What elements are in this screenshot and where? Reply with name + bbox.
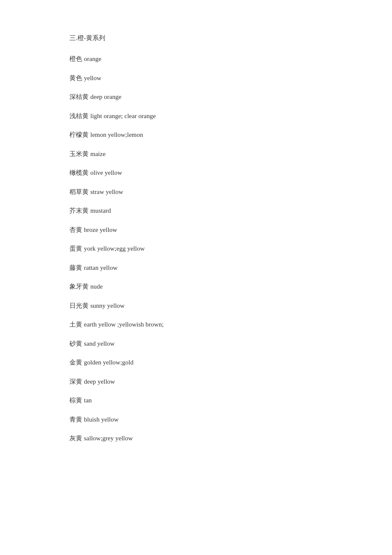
color-english-name: lemon yellow;lemon bbox=[90, 131, 143, 138]
list-item: 芥末黄mustard bbox=[69, 206, 392, 216]
color-chinese-name: 象牙黄 bbox=[69, 283, 89, 290]
section-title: 三.橙-黄系列 bbox=[69, 34, 392, 42]
list-item: 土黄earth yellow ;yellowish brown; bbox=[69, 320, 392, 330]
color-english-name: sunny yellow bbox=[90, 302, 124, 309]
color-chinese-name: 深黄 bbox=[69, 378, 82, 385]
list-item: 浅桔黄light orange; clear orange bbox=[69, 111, 392, 121]
color-english-name: broze yellow bbox=[84, 226, 117, 233]
color-chinese-name: 橙色 bbox=[69, 55, 82, 62]
list-item: 深桔黄deep orange bbox=[69, 92, 392, 102]
list-item: 玉米黄maize bbox=[69, 149, 392, 159]
color-chinese-name: 玉米黄 bbox=[69, 150, 89, 157]
list-item: 象牙黄nude bbox=[69, 282, 392, 292]
color-chinese-name: 稻草黄 bbox=[69, 188, 89, 195]
color-chinese-name: 蛋黄 bbox=[69, 245, 82, 252]
list-item: 橄榄黄olive yellow bbox=[69, 168, 392, 178]
color-english-name: rattan yellow bbox=[84, 264, 118, 271]
list-item: 棕黄tan bbox=[69, 396, 392, 405]
color-chinese-name: 砂黄 bbox=[69, 340, 82, 347]
color-chinese-name: 青黄 bbox=[69, 416, 82, 423]
list-item: 藤黄rattan yellow bbox=[69, 263, 392, 273]
color-chinese-name: 杏黄 bbox=[69, 226, 82, 233]
color-english-name: orange bbox=[84, 55, 101, 62]
list-item: 青黄bluish yellow bbox=[69, 415, 392, 425]
list-item: 砂黄sand yellow bbox=[69, 339, 392, 349]
color-english-name: light orange; clear orange bbox=[90, 113, 156, 119]
list-item: 黄色yellow bbox=[69, 73, 392, 83]
color-chinese-name: 柠檬黄 bbox=[69, 131, 89, 138]
color-chinese-name: 灰黄 bbox=[69, 435, 82, 442]
color-english-name: york yellow;egg yellow bbox=[84, 245, 144, 252]
color-english-name: deep yellow bbox=[84, 378, 115, 385]
color-chinese-name: 土黄 bbox=[69, 321, 82, 328]
color-chinese-name: 浅桔黄 bbox=[69, 113, 89, 119]
list-item: 蛋黄york yellow;egg yellow bbox=[69, 244, 392, 254]
list-item: 橙色orange bbox=[69, 54, 392, 64]
color-english-name: tan bbox=[84, 397, 92, 404]
color-chinese-name: 金黄 bbox=[69, 359, 82, 366]
list-item: 深黄deep yellow bbox=[69, 377, 392, 387]
list-item: 稻草黄straw yellow bbox=[69, 187, 392, 197]
color-chinese-name: 深桔黄 bbox=[69, 93, 89, 100]
color-chinese-name: 日光黄 bbox=[69, 302, 89, 309]
list-item: 杏黄broze yellow bbox=[69, 225, 392, 235]
color-english-name: yellow bbox=[84, 75, 101, 81]
color-english-name: bluish yellow bbox=[84, 416, 118, 423]
color-english-name: maize bbox=[90, 150, 106, 157]
color-chinese-name: 橄榄黄 bbox=[69, 169, 89, 176]
color-english-name: olive yellow bbox=[90, 169, 122, 176]
color-english-name: deep orange bbox=[90, 93, 121, 100]
color-chinese-name: 芥末黄 bbox=[69, 207, 89, 214]
color-english-name: golden yellow;gold bbox=[84, 359, 133, 366]
color-english-name: nude bbox=[90, 283, 103, 290]
list-item: 柠檬黄lemon yellow;lemon bbox=[69, 130, 392, 140]
list-item: 灰黄sallow;grey yellow bbox=[69, 434, 392, 443]
color-chinese-name: 黄色 bbox=[69, 75, 82, 81]
color-english-name: straw yellow bbox=[90, 188, 123, 195]
color-english-name: mustard bbox=[90, 207, 111, 214]
list-item: 金黄golden yellow;gold bbox=[69, 358, 392, 367]
color-english-name: sallow;grey yellow bbox=[84, 435, 133, 442]
color-chinese-name: 藤黄 bbox=[69, 264, 82, 271]
color-chinese-name: 棕黄 bbox=[69, 397, 82, 404]
list-item: 日光黄sunny yellow bbox=[69, 301, 392, 311]
color-english-name: earth yellow ;yellowish brown; bbox=[84, 321, 164, 328]
color-english-name: sand yellow bbox=[84, 340, 115, 347]
